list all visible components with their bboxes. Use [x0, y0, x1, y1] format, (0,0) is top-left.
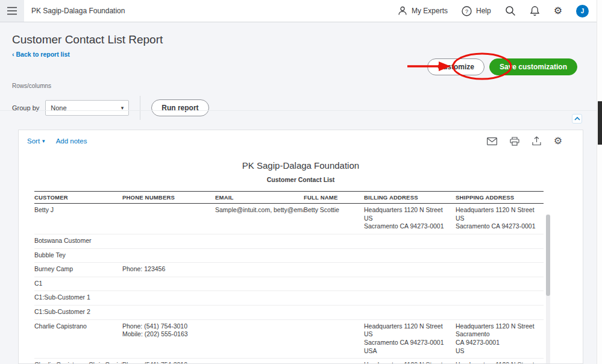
cell-shipping: [456, 277, 544, 291]
column-header[interactable]: CUSTOMER: [34, 192, 122, 204]
divider: [140, 96, 140, 120]
cell-full_name: Betty Scottie: [304, 204, 364, 234]
cell-email: [215, 248, 304, 263]
report-settings-gear-icon[interactable]: ⚙: [554, 136, 562, 146]
cell-customer: Burney Camp: [34, 263, 122, 277]
report-company-title: PK Sagip-Dalaga Foundation: [19, 160, 583, 171]
cell-shipping: [456, 234, 544, 248]
column-header[interactable]: BILLING ADDRESS: [364, 192, 456, 204]
report-card: Sort ▾ Add notes ⚙ PK Sagip-Dalaga Fo: [18, 130, 583, 364]
table-row[interactable]: C1: [34, 277, 544, 291]
report-table: CUSTOMERPHONE NUMBERSEMAILFULL NAMEBILLI…: [34, 191, 544, 364]
report-subtitle: Customer Contact List: [19, 176, 583, 183]
email-icon[interactable]: [487, 137, 497, 145]
table-row[interactable]: Charlie CapistranoPhone: (541) 754-3010 …: [34, 319, 544, 359]
cell-billing: [364, 291, 456, 306]
person-icon: [398, 6, 407, 16]
customize-button[interactable]: Customize: [427, 58, 484, 75]
search-icon[interactable]: [505, 5, 516, 16]
cell-shipping: [456, 248, 544, 263]
add-notes-button[interactable]: Add notes: [56, 137, 87, 145]
report-toolbar-icons: ⚙: [487, 136, 562, 146]
help-label: Help: [476, 7, 491, 15]
cell-email: [215, 306, 304, 320]
table-row[interactable]: Betty JSample@intuit.com, betty@email…Be…: [34, 204, 544, 234]
cell-customer: Bubble Tey: [34, 248, 122, 263]
cell-shipping: [456, 291, 544, 306]
table-row[interactable]: Bubble Tey: [34, 248, 544, 263]
report-controls: Rows/columns Group by None ▾ Run report: [12, 83, 209, 120]
report-header: PK Sagip-Dalaga Foundation Customer Cont…: [19, 160, 583, 183]
table-row[interactable]: C1:Sub-Customer 1: [34, 291, 544, 306]
back-link-label: Back to report list: [16, 51, 70, 58]
cell-email: [215, 291, 304, 306]
my-experts-button[interactable]: My Experts: [398, 6, 448, 16]
column-header[interactable]: SHIPPING ADDRESS: [456, 192, 544, 204]
page-scrollbar[interactable]: [597, 0, 602, 364]
back-chevron-icon: ‹: [12, 51, 14, 58]
notifications-bell-icon[interactable]: [530, 5, 540, 16]
settings-gear-icon[interactable]: ⚙: [554, 6, 562, 16]
table-row[interactable]: Botswana Customer: [34, 234, 544, 248]
export-icon[interactable]: [532, 136, 541, 146]
chevron-up-icon: [574, 117, 580, 121]
cell-shipping: [456, 263, 544, 277]
table-row[interactable]: C1:Sub-Customer 2: [34, 306, 544, 320]
cell-email: [215, 263, 304, 277]
cell-billing: [364, 263, 456, 277]
cell-billing: Headquarters 1120 N Street US Sacramento…: [364, 359, 456, 364]
cell-email: [215, 277, 304, 291]
back-to-report-list-link[interactable]: ‹ Back to report list: [12, 51, 70, 58]
cell-phone: [122, 204, 215, 234]
column-header[interactable]: EMAIL: [215, 192, 304, 204]
save-customization-button[interactable]: Save customization: [489, 58, 577, 75]
company-name: PK Sagip-Dalaga Foundation: [31, 7, 125, 15]
cell-full_name: [304, 291, 364, 306]
run-report-button[interactable]: Run report: [151, 99, 209, 116]
cell-full_name: [304, 248, 364, 263]
cell-phone: [122, 306, 215, 320]
cell-customer: C1:Sub-Customer 1: [34, 291, 122, 306]
page-scrollbar-thumb[interactable]: [598, 101, 602, 145]
table-header-row: CUSTOMERPHONE NUMBERSEMAILFULL NAMEBILLI…: [34, 192, 544, 204]
help-button[interactable]: ? Help: [462, 6, 491, 16]
cell-billing: Headquarters 1120 N Street US Sacramento…: [364, 204, 456, 234]
column-header[interactable]: PHONE NUMBERS: [122, 192, 215, 204]
cell-phone: [122, 248, 215, 263]
group-by-dropdown[interactable]: None ▾: [45, 100, 129, 116]
report-toolbar: Sort ▾ Add notes ⚙: [19, 130, 583, 151]
cell-email: [215, 234, 304, 248]
menu-button[interactable]: [0, 0, 24, 22]
cell-customer: Botswana Customer: [34, 234, 122, 248]
divider: [0, 110, 597, 111]
help-icon: ?: [462, 6, 472, 16]
table-row[interactable]: Burney CampPhone: 123456: [34, 263, 544, 277]
cell-full_name: [304, 359, 364, 364]
cell-billing: [364, 248, 456, 263]
table-scrollbar-thumb[interactable]: [546, 215, 550, 296]
cell-billing: [364, 306, 456, 320]
column-header[interactable]: FULL NAME: [304, 192, 364, 204]
cell-phone: [122, 277, 215, 291]
page-title: Customer Contact List Report: [0, 22, 597, 46]
avatar[interactable]: J: [576, 5, 589, 17]
sort-button[interactable]: Sort ▾: [27, 137, 45, 145]
cell-full_name: [304, 277, 364, 291]
print-icon[interactable]: [510, 137, 519, 146]
table-row[interactable]: Charlie Capistrano:Chris CapistranoPhone…: [34, 359, 544, 364]
cell-customer: C1:Sub-Customer 2: [34, 306, 122, 320]
cell-full_name: [304, 306, 364, 320]
report-table-wrap: CUSTOMERPHONE NUMBERSEMAILFULL NAMEBILLI…: [34, 191, 583, 364]
table-scrollbar[interactable]: [546, 215, 550, 363]
sort-label: Sort: [27, 137, 40, 145]
cell-billing: [364, 277, 456, 291]
collapse-panel-button[interactable]: [572, 114, 582, 124]
rows-columns-label: Rows/columns: [12, 83, 209, 89]
cell-email: Sample@intuit.com, betty@email…: [215, 204, 304, 234]
cell-customer: Charlie Capistrano: [34, 319, 122, 359]
cell-phone: [122, 234, 215, 248]
topbar: PK Sagip-Dalaga Foundation My Experts ? …: [0, 0, 602, 22]
cell-customer: C1: [34, 277, 122, 291]
cell-full_name: [304, 319, 364, 359]
topbar-actions: My Experts ? Help ⚙ J: [398, 5, 602, 17]
